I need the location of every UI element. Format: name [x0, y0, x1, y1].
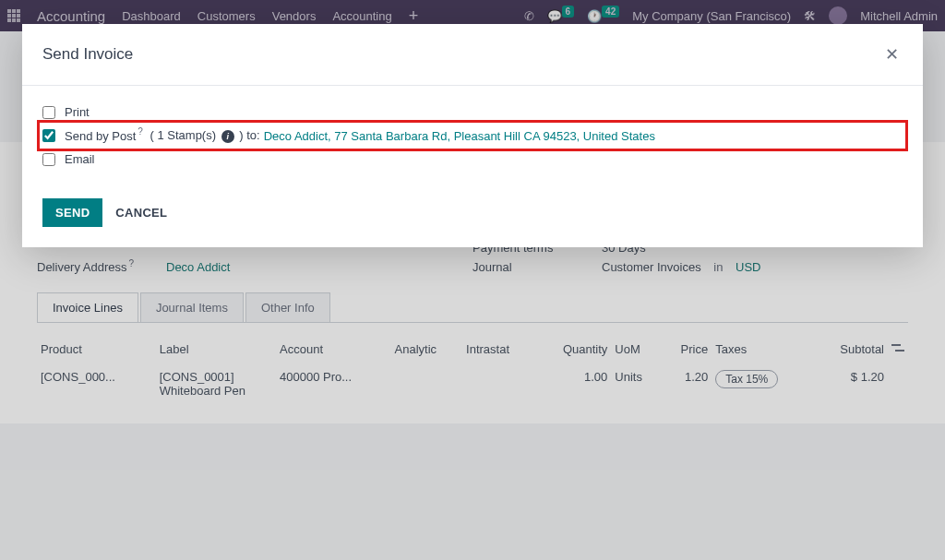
close-icon[interactable]: ✕	[881, 41, 903, 68]
label-email: Email	[65, 152, 95, 166]
option-send-by-post: Send by Post ? ( 1 Stamp(s) i ) to: Deco…	[42, 124, 903, 148]
cancel-button[interactable]: CANCEL	[115, 206, 167, 220]
modal-footer: SEND CANCEL	[22, 189, 923, 247]
option-email: Email	[42, 148, 903, 171]
post-address: Deco Addict, 77 Santa Barbara Rd, Pleasa…	[264, 129, 655, 143]
info-icon[interactable]: i	[221, 130, 234, 143]
modal-body: Print Send by Post ? ( 1 Stamp(s) i ) to…	[22, 86, 923, 189]
highlight-send-by-post: Send by Post ? ( 1 Stamp(s) i ) to: Deco…	[37, 120, 908, 151]
checkbox-send-by-post[interactable]	[42, 129, 55, 142]
help-icon[interactable]: ?	[138, 126, 143, 137]
modal-header: Send Invoice ✕	[22, 24, 923, 86]
modal-title: Send Invoice	[42, 45, 133, 64]
stamps-text: ( 1 Stamp(s) i ) to:	[147, 128, 260, 143]
label-send-by-post: Send by Post	[65, 129, 136, 143]
checkbox-print[interactable]	[42, 106, 55, 119]
label-print: Print	[65, 105, 90, 119]
send-button[interactable]: SEND	[42, 198, 102, 227]
checkbox-email[interactable]	[42, 153, 55, 166]
send-invoice-modal: Send Invoice ✕ Print Send by Post ? ( 1 …	[22, 24, 923, 247]
